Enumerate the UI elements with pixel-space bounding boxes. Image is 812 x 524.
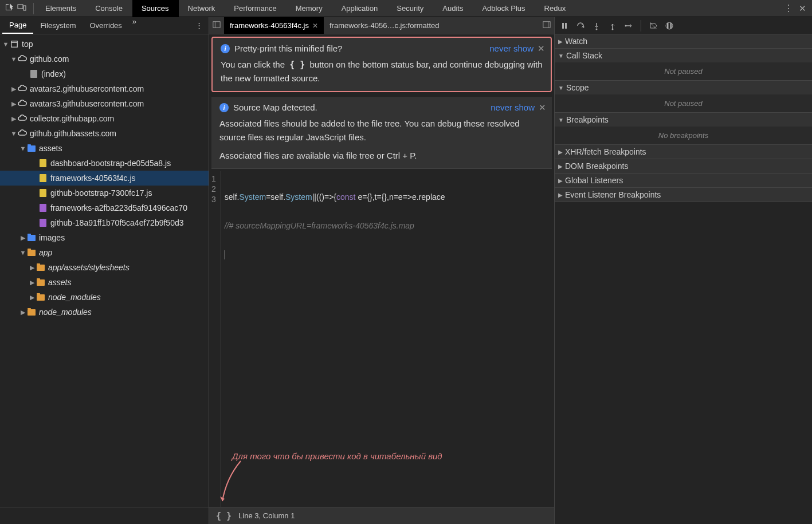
tab-console[interactable]: Console <box>86 0 132 17</box>
svg-rect-17 <box>670 23 672 29</box>
code-content[interactable]: self.System=self.System||(()=>{const e={… <box>221 171 554 507</box>
tab-network[interactable]: Network <box>179 0 225 17</box>
tree-top[interactable]: ▼top <box>0 37 209 52</box>
svg-rect-1 <box>23 6 26 10</box>
tab-audits[interactable]: Audits <box>433 0 473 17</box>
pretty-print-button[interactable]: { } <box>216 511 232 521</box>
navigator-panel: Page Filesystem Overrides » ⋮ ▼top ▼gith… <box>0 17 209 524</box>
svg-point-13 <box>625 25 627 26</box>
nav-tab-page[interactable]: Page <box>2 17 33 34</box>
infobar-title: Pretty-print this minified file? <box>234 44 342 53</box>
svg-rect-6 <box>543 22 550 28</box>
braces-icon: { } <box>287 60 307 70</box>
tree-app[interactable]: ▼app <box>0 245 209 260</box>
tab-memory[interactable]: Memory <box>287 0 332 17</box>
never-show-link[interactable]: never show <box>491 103 535 112</box>
tree-appstyle[interactable]: ▶app/assets/stylesheets <box>0 260 209 275</box>
tree-images[interactable]: ▶images <box>0 230 209 245</box>
tree-node1[interactable]: ▶node_modules <box>0 290 209 305</box>
svg-rect-8 <box>562 23 564 29</box>
tab-security[interactable]: Security <box>387 0 433 17</box>
tree-githubassets[interactable]: ▼github.githubassets.com <box>0 126 209 141</box>
svg-point-12 <box>612 28 614 30</box>
section-global[interactable]: ▶Global Listeners <box>555 174 812 187</box>
navigator-footer <box>0 507 209 524</box>
info-icon: i <box>221 44 230 53</box>
editor-tab-0[interactable]: frameworks-40563f4c.js✕ <box>224 17 324 34</box>
infobar-title: Source Map detected. <box>233 103 317 112</box>
main-tabs: Elements Console Sources Network Perform… <box>36 0 778 17</box>
deactivate-breakpoints-button[interactable] <box>647 19 660 32</box>
tree-github[interactable]: ▼github.com <box>0 52 209 66</box>
tree-fwlong[interactable]: frameworks-a2fba223d5af91496cac70 <box>0 200 209 215</box>
tree-dashboard[interactable]: dashboard-bootstrap-de05d5a8.js <box>0 156 209 171</box>
close-tab-icon[interactable]: ✕ <box>312 22 318 30</box>
toggle-debugger-icon[interactable] <box>539 21 554 30</box>
section-breakpoints[interactable]: ▼Breakpoints <box>555 113 812 127</box>
editor-panel: frameworks-40563f4c.js✕ frameworks-4056…… <box>209 17 554 524</box>
tree-githubboot[interactable]: github-bootstrap-7300fc17.js <box>0 186 209 200</box>
close-icon[interactable]: ✕ <box>799 3 806 14</box>
tree-avatars3[interactable]: ▶avatars3.githubusercontent.com <box>0 96 209 111</box>
info-icon: i <box>219 103 229 112</box>
tab-sources[interactable]: Sources <box>132 0 179 17</box>
code-editor[interactable]: 1 2 3 self.System=self.System||(()=>{con… <box>209 171 554 507</box>
file-tree: ▼top ▼github.com (index) ▶avatars2.githu… <box>0 34 209 507</box>
section-watch[interactable]: ▶Watch <box>555 34 812 48</box>
divider <box>33 3 34 14</box>
tree-assets[interactable]: ▼assets <box>0 141 209 156</box>
editor-tab-label: frameworks-40563f4c.js <box>230 21 309 30</box>
svg-rect-16 <box>667 23 669 29</box>
section-event[interactable]: ▶Event Listener Breakpoints <box>555 188 812 202</box>
svg-rect-2 <box>11 41 18 48</box>
step-into-button[interactable] <box>590 19 603 32</box>
tree-index[interactable]: (index) <box>0 66 209 81</box>
nav-tab-overrides[interactable]: Overrides <box>83 17 129 34</box>
tree-avatars2[interactable]: ▶avatars2.githubusercontent.com <box>0 81 209 96</box>
pause-on-exceptions-button[interactable] <box>663 19 676 32</box>
pause-button[interactable] <box>558 19 571 32</box>
section-scope[interactable]: ▼Scope <box>555 81 812 94</box>
tree-assets2[interactable]: ▶assets <box>0 275 209 290</box>
navigator-more-icon[interactable]: ⋮ <box>192 21 206 30</box>
step-out-button[interactable] <box>606 19 619 32</box>
section-xhr[interactable]: ▶XHR/fetch Breakpoints <box>555 145 812 159</box>
tree-node2[interactable]: ▶node_modules <box>0 305 209 320</box>
inspect-element-icon[interactable] <box>5 3 14 14</box>
tab-adblock[interactable]: Adblock Plus <box>473 0 535 17</box>
editor-tab-label: frameworks-4056…c.js:formatted <box>329 21 439 30</box>
tab-redux[interactable]: Redux <box>535 0 576 17</box>
breakpoints-body: No breakpoints <box>555 127 812 144</box>
settings-icon[interactable]: ⋮ <box>784 3 793 14</box>
close-infobar-icon[interactable]: ✕ <box>538 44 545 54</box>
devtools-toolbar: Elements Console Sources Network Perform… <box>0 0 812 17</box>
tree-frameworks[interactable]: frameworks-40563f4c.js <box>0 171 209 186</box>
nav-tab-filesystem[interactable]: Filesystem <box>33 17 83 34</box>
step-button[interactable] <box>622 19 635 32</box>
pretty-print-infobar: i Pretty-print this minified file? never… <box>211 37 552 92</box>
editor-tab-1[interactable]: frameworks-4056…c.js:formatted <box>324 17 445 34</box>
tab-application[interactable]: Application <box>332 0 388 17</box>
tab-elements[interactable]: Elements <box>36 0 86 17</box>
editor-statusbar: { } Line 3, Column 1 <box>209 507 554 524</box>
tree-ghlong[interactable]: github-18a91ff1b70f5ca4ef72b9f50d3 <box>0 215 209 230</box>
close-infobar-icon[interactable]: ✕ <box>539 103 546 113</box>
section-callstack[interactable]: ▼Call Stack <box>555 49 812 62</box>
svg-rect-4 <box>213 22 220 28</box>
callstack-body: Not paused <box>555 62 812 80</box>
svg-point-15 <box>666 22 673 29</box>
debugger-panel: ▶Watch ▼Call Stack Not paused ▼Scope Not… <box>554 17 812 524</box>
scope-body: Not paused <box>555 94 812 112</box>
cursor-position: Line 3, Column 1 <box>238 511 295 520</box>
never-show-link[interactable]: never show <box>489 44 534 53</box>
toggle-navigator-icon[interactable] <box>209 21 224 30</box>
section-dom[interactable]: ▶DOM Breakpoints <box>555 159 812 173</box>
line-gutter: 1 2 3 <box>209 171 221 507</box>
svg-rect-0 <box>18 5 23 9</box>
svg-point-11 <box>596 28 598 30</box>
tab-performance[interactable]: Performance <box>225 0 286 17</box>
tree-collector[interactable]: ▶collector.githubapp.com <box>0 111 209 126</box>
step-over-button[interactable] <box>574 19 587 32</box>
device-toggle-icon[interactable] <box>17 3 26 14</box>
nav-tabs-more-icon[interactable]: » <box>129 17 140 34</box>
